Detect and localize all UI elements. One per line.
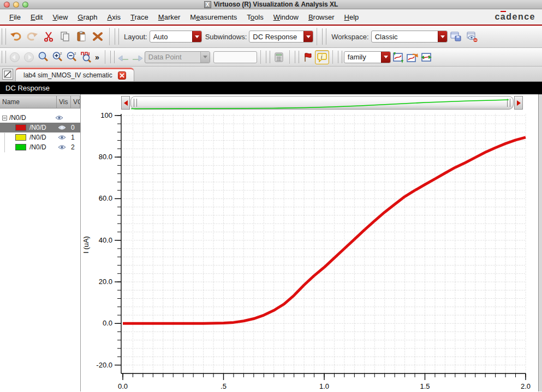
zoom-out-button[interactable]: 2	[64, 50, 79, 64]
toolbar-drag-handle[interactable]	[338, 51, 342, 63]
menu-window[interactable]: Window	[269, 13, 303, 21]
cut-button[interactable]	[40, 28, 57, 45]
zoom-waveform-button[interactable]	[79, 50, 93, 64]
menu-edit[interactable]: Edit	[26, 13, 47, 21]
window-title: Virtuoso (R) Visualization & Analysis XL	[214, 1, 338, 8]
redo-button[interactable]	[24, 28, 40, 45]
scroll-right-arrow-icon	[517, 100, 521, 106]
menu-graph[interactable]: Graph	[73, 13, 102, 21]
redo-icon	[26, 31, 38, 43]
toolbar-drag-handle[interactable]	[2, 51, 6, 63]
fit-traces-button[interactable]	[419, 50, 433, 64]
scroll-left-arrow-icon	[124, 100, 128, 106]
thumb-grip-icon[interactable]	[507, 99, 510, 107]
dropdown-arrow-icon[interactable]	[200, 52, 210, 63]
next-point-button[interactable]	[130, 50, 145, 64]
subwindows-dropdown[interactable]: DC Response	[249, 31, 313, 43]
copy-button[interactable]	[57, 28, 73, 45]
show-labels-button[interactable]: i	[315, 50, 329, 64]
menu-tools[interactable]: Tools	[242, 13, 268, 21]
trace-color-swatch[interactable]	[15, 134, 26, 141]
zoom-in-button[interactable]: 2	[50, 50, 64, 64]
menu-browser[interactable]: Browser	[303, 13, 340, 21]
delete-button[interactable]	[90, 28, 106, 45]
family-value: family	[344, 53, 381, 61]
scissors-icon	[43, 31, 55, 43]
subwindows-label: Subwindows:	[205, 33, 247, 41]
save-workspace-icon	[450, 31, 462, 43]
paste-button[interactable]	[73, 28, 90, 45]
dropdown-arrow-icon[interactable]	[438, 31, 447, 42]
visibility-eye-icon[interactable]	[58, 135, 66, 140]
layout-value: Auto	[150, 33, 192, 41]
trace-color-swatch[interactable]	[15, 144, 26, 150]
family-dropdown[interactable]: family	[344, 51, 391, 63]
toolbar-drag-handle[interactable]	[266, 51, 270, 63]
toolbar-drag-handle[interactable]	[110, 51, 115, 63]
menu-marker[interactable]: Marker	[153, 13, 185, 21]
scroll-left-button[interactable]	[121, 96, 130, 110]
subwindow-title: DC Response	[5, 84, 50, 92]
tree-row-trace-0[interactable]: /N0/D 0	[0, 123, 80, 132]
collapse-expander-icon[interactable]	[2, 116, 7, 120]
toolbar-drag-handle[interactable]	[295, 51, 299, 63]
detach-subwindow-button[interactable]	[2, 69, 13, 80]
visibility-eye-icon[interactable]	[58, 144, 66, 150]
header-vgs[interactable]: VGS	[71, 96, 80, 108]
undo-button[interactable]	[8, 28, 24, 45]
previous-point-button[interactable]	[116, 50, 130, 64]
layout-label: Layout:	[124, 33, 147, 41]
tree-row-trace-2[interactable]: /N0/D 2	[0, 142, 80, 152]
plot-canvas[interactable]: 0.0.51.01.52.010080.060.040.020.00.0-20.…	[81, 94, 538, 391]
fit-view-button[interactable]	[36, 50, 50, 64]
overview-scrollbar[interactable]	[121, 96, 523, 110]
visibility-eye-icon[interactable]	[58, 125, 66, 130]
calculator-button[interactable]	[272, 50, 286, 64]
toolbar-overflow-chevron[interactable]: »	[93, 53, 102, 62]
header-vis[interactable]: Vis	[57, 96, 71, 108]
trace-color-swatch[interactable]	[15, 124, 26, 131]
dropdown-arrow-icon[interactable]	[381, 52, 390, 63]
tab-lab4-sim-nmos-iv[interactable]: lab4 sim_NMOS_IV schematic	[15, 68, 134, 81]
menu-view[interactable]: View	[47, 13, 73, 21]
tab-close-button[interactable]	[118, 71, 126, 80]
overview-scrollbar-thumb[interactable]	[130, 96, 514, 110]
workspace-dropdown[interactable]: Classic	[371, 31, 448, 43]
paste-icon	[75, 31, 87, 43]
refresh-plot-button[interactable]	[405, 50, 419, 64]
dropdown-arrow-icon[interactable]	[192, 31, 201, 42]
tree-row-trace-1[interactable]: /N0/D 1	[0, 132, 80, 142]
svg-text:0.0: 0.0	[118, 382, 128, 390]
thumb-grip-icon[interactable]	[134, 99, 137, 107]
tree-row-root[interactable]: /N0/D	[0, 113, 80, 123]
dc-response-plot[interactable]: 0.0.51.01.52.010080.060.040.020.00.0-20.…	[81, 94, 538, 391]
scroll-right-button[interactable]	[514, 96, 523, 110]
x11-app-icon: X	[204, 1, 211, 8]
menu-file[interactable]: File	[4, 13, 26, 21]
graph-area: Name Vis VGS /N0/D /N0/D	[0, 94, 542, 391]
dropdown-arrow-icon[interactable]	[303, 31, 313, 42]
delete-workspace-button[interactable]	[464, 28, 480, 45]
tab-label: lab4 sim_NMOS_IV schematic	[23, 71, 112, 79]
datapoint-input[interactable]	[213, 51, 257, 63]
toolbar-drag-handle[interactable]	[2, 28, 6, 45]
previous-view-button[interactable]	[8, 50, 22, 64]
toolbar-separator	[105, 50, 105, 64]
datapoint-dropdown[interactable]: Data Point	[145, 51, 210, 63]
flag-marker-button[interactable]	[301, 50, 315, 64]
menu-axis[interactable]: Axis	[102, 13, 126, 21]
layout-dropdown[interactable]: Auto	[150, 31, 202, 43]
subwindows-value: DC Response	[249, 33, 303, 41]
swap-sweep-button[interactable]	[391, 50, 405, 64]
toolbar-drag-handle[interactable]	[115, 28, 119, 45]
visibility-eye-icon[interactable]	[55, 115, 63, 120]
menu-help[interactable]: Help	[340, 13, 364, 21]
menu-measurements[interactable]: Measurements	[185, 13, 242, 21]
trace-tree-panel: Name Vis VGS /N0/D /N0/D	[0, 94, 81, 391]
menu-trace[interactable]: Trace	[126, 13, 153, 21]
toolbar-drag-handle[interactable]	[322, 28, 326, 45]
header-name[interactable]: Name	[0, 96, 57, 108]
save-workspace-button[interactable]	[448, 28, 464, 45]
trace-name: /N0/D	[29, 134, 55, 141]
next-view-button[interactable]	[22, 50, 36, 64]
